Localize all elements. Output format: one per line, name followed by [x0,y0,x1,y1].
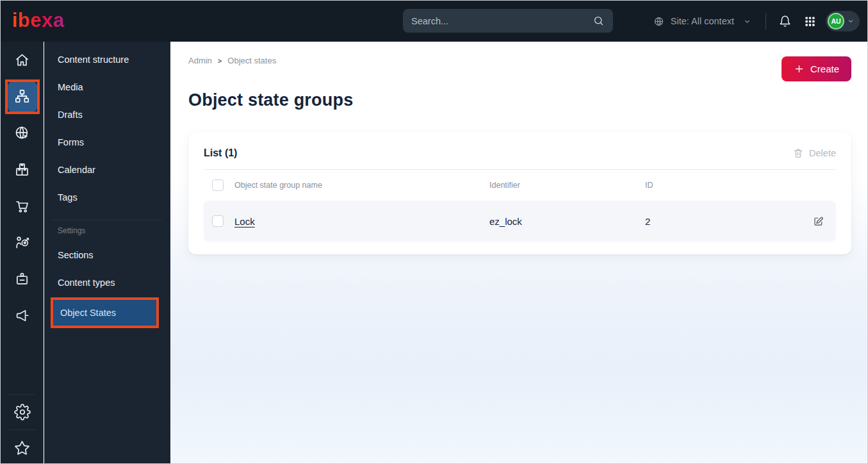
row-checkbox[interactable] [212,215,224,227]
site-context-selector[interactable]: Site: All context [653,15,752,28]
delete-button-label: Delete [809,148,836,158]
commerce-cart-icon [13,197,31,215]
annotation-highlight [5,79,40,114]
ibexa-logo[interactable]: ibexa [12,9,65,32]
rail-item-settings[interactable] [1,398,44,426]
rail-divider [8,394,35,395]
search-bar[interactable] [403,9,613,33]
rail-item-home[interactable] [1,42,44,78]
table-header: Object state group name Identifier ID [204,170,836,201]
plus-icon [794,63,805,74]
breadcrumb-separator: > [218,57,222,65]
menu-section-label: Settings [44,226,170,236]
create-button-label: Create [810,63,839,74]
rail-item-content-structure[interactable] [1,78,44,115]
app-grid-icon[interactable] [804,15,816,28]
app-window: ibexa Site: All context [0,0,868,464]
products-icon [13,161,31,178]
rail-item-bookmarks[interactable] [1,434,44,462]
main-content: Admin > Object states Create Object stat… [170,42,867,463]
rail-item-commerce[interactable] [1,188,44,224]
settings-gear-icon [14,404,31,420]
rail-divider [8,429,35,430]
user-menu[interactable]: AU [826,11,860,31]
rail-item-corporate[interactable] [1,261,44,297]
annotation-highlight: Object States [51,297,159,328]
topbar-right: Site: All context AU [653,1,860,42]
row-name-link[interactable]: Lock [234,216,489,227]
list-title: List (1) [204,147,237,159]
menu-item-media[interactable]: Media [44,73,170,101]
menu-item-calendar[interactable]: Calendar [44,156,170,183]
breadcrumb: Admin > Object states [188,56,276,65]
row-identifier: ez_lock [489,216,645,227]
menu-item-sections[interactable]: Sections [44,241,170,269]
chevron-down-icon [846,17,855,26]
site-context-label: Site: All context [671,16,734,26]
menu-item-drafts[interactable]: Drafts [44,101,170,128]
list-card: List (1) Delete Object state group name … [188,132,851,254]
chevron-down-icon [742,17,752,26]
column-header-id: ID [645,181,800,190]
create-button[interactable]: Create [782,56,851,81]
column-header-identifier: Identifier [489,181,645,190]
menu-item-content-types[interactable]: Content types [44,269,170,296]
topbar-divider [766,13,766,29]
menu-item-tags[interactable]: Tags [44,183,170,211]
avatar: AU [828,13,844,29]
search-input[interactable] [411,16,593,26]
table-row[interactable]: Lock ez_lock 2 [204,201,836,242]
campaigns-megaphone-icon [13,307,31,324]
column-header-name: Object state group name [234,181,489,190]
edit-icon[interactable] [812,215,824,228]
rail-item-campaigns[interactable] [1,297,44,334]
rail-item-personalization[interactable] [1,224,44,261]
menu-item-object-states[interactable]: Object States [53,300,156,326]
bookmarks-star-icon [13,440,31,457]
notifications-bell-icon[interactable] [778,15,792,28]
delete-button[interactable]: Delete [792,147,836,159]
personalization-icon [13,234,31,251]
topbar: ibexa Site: All context [1,1,867,42]
secondary-menu: Content structure Media Drafts Forms Cal… [44,42,170,463]
search-icon[interactable] [593,15,605,27]
trash-icon [792,147,804,159]
site-globe-icon [653,15,665,28]
row-id: 2 [645,216,800,227]
nav-rail [1,42,44,463]
breadcrumb-current: Object states [227,56,276,65]
menu-item-content-structure[interactable]: Content structure [44,46,170,73]
menu-item-forms[interactable]: Forms [44,128,170,156]
site-icon [13,124,31,142]
corporate-badge-icon [13,270,31,288]
rail-item-products[interactable] [1,151,44,188]
content-structure-icon [13,88,31,105]
list-card-header: List (1) Delete [188,132,851,169]
home-icon [13,51,31,69]
menu-divider [53,220,162,220]
breadcrumb-admin[interactable]: Admin [188,56,212,65]
select-all-checkbox[interactable] [212,179,224,191]
page-title: Object state groups [188,90,353,110]
rail-item-site[interactable] [1,115,44,151]
active-rail-tile [8,82,37,112]
